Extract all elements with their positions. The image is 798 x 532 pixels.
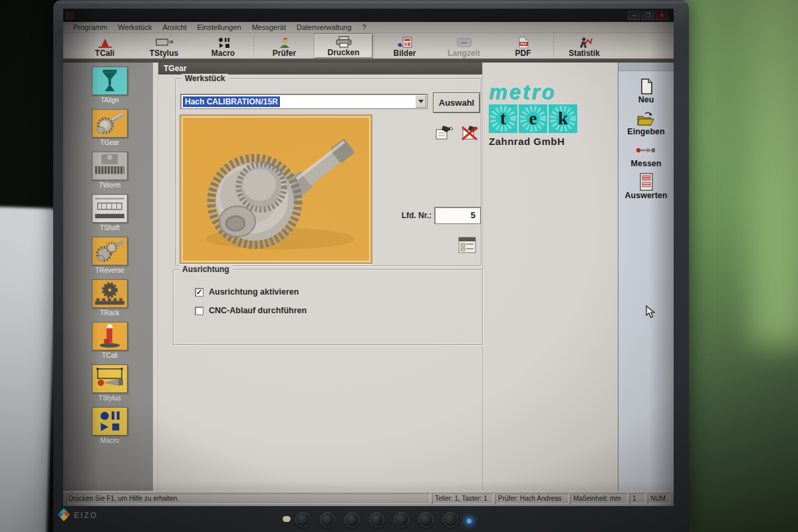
toolbar-langzeit-button: Langzeit	[434, 33, 493, 59]
tgear-window: TGear Werkstück Hach CALIBRATION/15R Aus…	[158, 63, 483, 491]
cnc-ablauf-label: CNC-Ablauf durchführen	[209, 306, 307, 315]
toolbar-bilder-button[interactable]: Bilder	[375, 33, 434, 59]
close-icon[interactable]: ✕	[656, 11, 668, 20]
menu-ansicht[interactable]: Ansicht	[158, 23, 191, 32]
monitor-button[interactable]	[283, 516, 291, 522]
logo-tek-boxes: t e k	[489, 104, 589, 133]
sidebar-item-tcali[interactable]: TCali	[92, 322, 128, 359]
sidebar-item-tgear[interactable]: TGear	[92, 109, 128, 146]
status-pruefer: Prüfer: Hach Andreas	[495, 493, 569, 504]
menu-help[interactable]: ?	[358, 23, 371, 32]
window-title-bar: – ❐ ✕	[63, 9, 674, 22]
toolbar-separator	[553, 35, 554, 57]
auswahl-button[interactable]: Auswahl	[433, 92, 480, 113]
combobox-dropdown-icon[interactable]	[415, 95, 426, 108]
werkstueck-groupbox: Werkstück Hach CALIBRATION/15R Auswahl	[176, 78, 481, 266]
status-teller-taster: Teller: 1, Taster: 1	[432, 493, 493, 504]
workspace: TAlign TGear	[63, 63, 674, 491]
app-icon	[66, 11, 74, 19]
metrotek-logo: metro t e k	[489, 82, 589, 147]
macro-icon	[215, 37, 231, 49]
edit-record-button[interactable]	[434, 123, 454, 141]
ausrichtung-groupbox: Ausrichtung Ausrichtung aktivieren CNC-A…	[173, 269, 483, 345]
sidebar-item-tshaft[interactable]: TShaft	[92, 194, 128, 231]
status-help-text: Drücken Sie F1, um Hilfe zu erhalten.	[66, 493, 430, 504]
menu-einstellungen[interactable]: Einstellungen	[193, 23, 246, 32]
monitor-button[interactable]	[394, 512, 409, 527]
neu-button[interactable]: Neu	[638, 77, 655, 104]
workshop-background-highlight	[751, 0, 798, 346]
cnc-ablauf-checkbox[interactable]	[195, 307, 203, 315]
delete-record-icon	[460, 124, 479, 141]
workpiece-photo	[180, 114, 372, 264]
menu-datenverwaltung[interactable]: Datenverwaltung	[292, 23, 356, 32]
monitor-button[interactable]	[320, 512, 335, 527]
sidebar-item-tworm[interactable]: TWorm	[92, 152, 128, 189]
main-toolbar: TCali TStylus Macro Prüfer	[63, 33, 674, 59]
restore-icon[interactable]: ❐	[642, 11, 654, 20]
toolbar-pdf-button[interactable]: PDF PDF	[493, 33, 553, 59]
brand-logo-icon	[59, 509, 70, 521]
person-icon	[277, 37, 292, 49]
cnc-ablauf-row[interactable]: CNC-Ablauf durchführen	[195, 306, 307, 315]
left-sidebar: TAlign TGear	[63, 63, 153, 491]
tcali-tile-icon	[92, 322, 128, 350]
sidebar-item-treverse[interactable]: TReverse	[92, 237, 128, 274]
sidebar-item-tstylus[interactable]: TStylus	[92, 364, 128, 402]
tgear-icon	[92, 109, 128, 138]
monitor-button[interactable]	[295, 512, 311, 527]
logo-gear-box: t	[489, 104, 517, 133]
monitor-button[interactable]	[344, 512, 360, 527]
edit-record-icon	[435, 124, 454, 141]
menu-programm[interactable]: Programm	[68, 23, 112, 32]
status-num-lock: NUM	[648, 493, 670, 504]
toolbar-tcali-button[interactable]: TCali	[75, 33, 134, 59]
tshaft-icon	[92, 194, 128, 223]
toolbar-drucken-button[interactable]: Drucken	[314, 33, 373, 59]
sidebar-item-macro[interactable]: Macro	[92, 407, 128, 444]
werkstueck-group-label: Werkstück	[182, 74, 228, 83]
mouse-cursor	[646, 305, 655, 321]
toolbar-tstylus-button[interactable]: TStylus	[134, 33, 194, 59]
record-table-button[interactable]	[458, 237, 476, 256]
record-table-icon	[458, 237, 476, 253]
monitor-power-button[interactable]	[443, 512, 458, 527]
toolbar-pruefer-button[interactable]: Prüfer	[255, 33, 314, 59]
ausrichtung-aktivieren-checkbox[interactable]	[195, 288, 203, 297]
statistik-icon	[577, 37, 593, 49]
macro-tile-icon	[92, 407, 128, 436]
sidebar-item-track[interactable]: TRack	[92, 279, 128, 317]
lfd-nr-label: Lfd. Nr.:	[393, 211, 432, 220]
combobox-selected-value: Hach CALIBRATION/15R	[183, 96, 280, 107]
track-icon	[92, 279, 128, 308]
ausrichtung-aktivieren-label: Ausrichtung aktivieren	[209, 287, 299, 297]
lfd-nr-input[interactable]: 5	[434, 207, 481, 224]
toolbar-separator	[374, 35, 374, 57]
ausrichtung-group-label: Ausrichtung	[179, 265, 233, 274]
mdi-area: TGear Werkstück Hach CALIBRATION/15R Aus…	[153, 63, 618, 491]
logo-gear-box: e	[519, 104, 547, 133]
tstylus-icon	[154, 37, 174, 49]
auswerten-button[interactable]: Auswerten	[625, 173, 668, 200]
delete-record-button[interactable]	[460, 123, 479, 141]
monitor-brand: EIZO	[59, 509, 98, 521]
report-icon	[638, 173, 654, 191]
sidebar-item-talign[interactable]: TAlign	[92, 66, 128, 104]
toolbar-macro-button[interactable]: Macro	[194, 33, 253, 59]
menu-messgeraet[interactable]: Messgerät	[247, 23, 291, 32]
tworm-icon	[92, 152, 128, 180]
photo-of-monitor: EIZO – ❐ ✕ Programm Werkstück Ansicht	[0, 0, 798, 532]
menu-werkstueck[interactable]: Werkstück	[113, 23, 156, 32]
status-counter: 1	[630, 493, 646, 504]
monitor-button[interactable]	[418, 512, 434, 527]
treverse-icon	[92, 237, 128, 265]
pdf-icon: PDF	[517, 37, 530, 49]
menu-bar: Programm Werkstück Ansicht Einstellungen…	[63, 22, 674, 33]
minimize-icon[interactable]: –	[628, 11, 640, 20]
ausrichtung-aktivieren-row[interactable]: Ausrichtung aktivieren	[195, 287, 299, 297]
monitor-button[interactable]	[369, 512, 384, 527]
eingeben-button[interactable]: Eingeben	[627, 109, 664, 136]
werkstueck-combobox[interactable]: Hach CALIBRATION/15R	[180, 94, 428, 109]
toolbar-statistik-button[interactable]: Statistik	[555, 33, 614, 59]
messen-button[interactable]: Messen	[631, 141, 662, 168]
